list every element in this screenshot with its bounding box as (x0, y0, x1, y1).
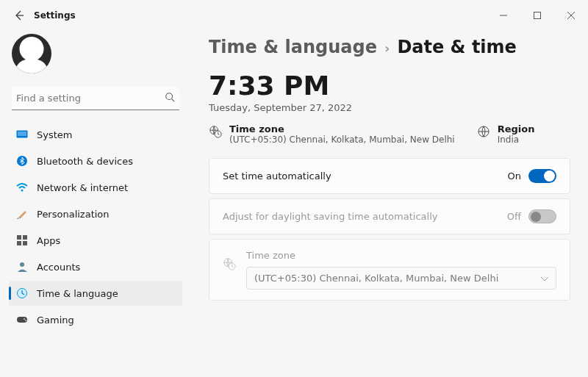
minimize-icon (500, 12, 507, 19)
system-icon (16, 129, 28, 140)
svg-rect-3 (18, 132, 26, 136)
globe-clock-icon (209, 125, 222, 145)
window-controls (487, 4, 588, 27)
paintbrush-icon (16, 208, 28, 220)
timezone-label: Time zone (229, 123, 455, 134)
main-content: Time & language › Date & time 7:33 PM Tu… (191, 31, 588, 377)
svg-point-5 (21, 190, 24, 192)
set-time-auto-state: On (508, 170, 521, 182)
timezone-info: Time zone (UTC+05:30) Chennai, Kolkata, … (209, 123, 455, 145)
sidebar-item-apps[interactable]: Apps (9, 228, 182, 253)
dst-auto-state: Off (507, 211, 521, 222)
sidebar-item-time-language[interactable]: Time & language (9, 281, 182, 306)
maximize-button[interactable] (520, 4, 554, 27)
sidebar-item-accounts[interactable]: Accounts (9, 254, 182, 279)
avatar (12, 34, 51, 73)
close-button[interactable] (554, 4, 588, 27)
sidebar-item-bluetooth[interactable]: Bluetooth & devices (9, 148, 182, 173)
nav: System Bluetooth & devices Network & int… (9, 122, 182, 332)
region-info: Region India (477, 123, 535, 145)
maximize-icon (534, 12, 541, 19)
set-time-auto-card: Set time automatically On (209, 158, 570, 194)
minimize-button[interactable] (487, 4, 520, 27)
dst-auto-toggle (528, 209, 556, 223)
globe-icon (477, 125, 490, 145)
sidebar-item-personalization[interactable]: Personalization (9, 201, 182, 226)
svg-point-14 (25, 320, 26, 321)
dst-auto-label: Adjust for daylight saving time automati… (223, 211, 437, 222)
bluetooth-icon (16, 155, 28, 167)
sidebar-item-label: Time & language (37, 288, 118, 299)
chevron-down-icon (541, 273, 548, 284)
titlebar: Settings (0, 0, 588, 31)
globe-clock-icon (223, 257, 236, 273)
sidebar-item-label: Accounts (37, 262, 80, 273)
timezone-dropdown-value: (UTC+05:30) Chennai, Kolkata, Mumbai, Ne… (254, 273, 498, 284)
chevron-right-icon: › (384, 40, 390, 56)
sidebar-item-label: Network & internet (37, 182, 128, 193)
svg-rect-0 (534, 12, 541, 19)
dst-auto-card: Adjust for daylight saving time automati… (209, 198, 570, 234)
gaming-icon (16, 314, 28, 326)
set-time-auto-label: Set time automatically (223, 170, 331, 182)
svg-point-13 (24, 318, 25, 320)
sidebar-item-label: Gaming (37, 315, 74, 326)
svg-rect-12 (17, 317, 27, 323)
sidebar-item-label: System (37, 129, 72, 140)
apps-icon (16, 234, 28, 246)
sidebar-item-label: Personalization (37, 209, 110, 220)
breadcrumb: Time & language › Date & time (209, 37, 570, 57)
search-icon (165, 91, 175, 105)
sidebar-item-label: Apps (37, 235, 60, 246)
window-title: Settings (34, 10, 76, 21)
sidebar-item-system[interactable]: System (9, 122, 182, 147)
back-button[interactable] (9, 5, 29, 26)
timezone-card: Time zone (UTC+05:30) Chennai, Kolkata, … (209, 239, 570, 301)
set-time-auto-toggle[interactable] (528, 169, 556, 183)
timezone-value: (UTC+05:30) Chennai, Kolkata, Mumbai, Ne… (229, 134, 455, 145)
region-value: India (498, 134, 535, 145)
search-box[interactable] (12, 87, 179, 110)
sidebar-item-network[interactable]: Network & internet (9, 175, 182, 200)
region-label: Region (498, 123, 535, 134)
sidebar-item-label: Bluetooth & devices (37, 156, 133, 167)
svg-rect-6 (17, 235, 21, 240)
svg-point-1 (166, 93, 173, 100)
svg-point-10 (20, 262, 24, 267)
svg-rect-8 (17, 241, 21, 245)
current-date: Tuesday, September 27, 2022 (209, 102, 570, 113)
arrow-left-icon (13, 10, 25, 21)
sidebar-item-gaming[interactable]: Gaming (9, 307, 182, 332)
breadcrumb-current: Date & time (397, 37, 517, 57)
timezone-dropdown: (UTC+05:30) Chennai, Kolkata, Mumbai, Ne… (246, 267, 556, 290)
close-icon (567, 12, 575, 19)
current-time: 7:33 PM (209, 71, 570, 101)
wifi-icon (16, 182, 28, 193)
account-header[interactable] (9, 31, 182, 87)
breadcrumb-parent[interactable]: Time & language (209, 37, 377, 57)
timezone-card-label: Time zone (246, 250, 556, 261)
svg-rect-9 (23, 241, 27, 245)
search-input[interactable] (16, 93, 165, 104)
svg-rect-7 (23, 235, 27, 240)
info-row: Time zone (UTC+05:30) Chennai, Kolkata, … (209, 123, 570, 145)
accounts-icon (16, 261, 28, 273)
sidebar: System Bluetooth & devices Network & int… (0, 31, 191, 377)
time-language-icon (16, 287, 28, 299)
